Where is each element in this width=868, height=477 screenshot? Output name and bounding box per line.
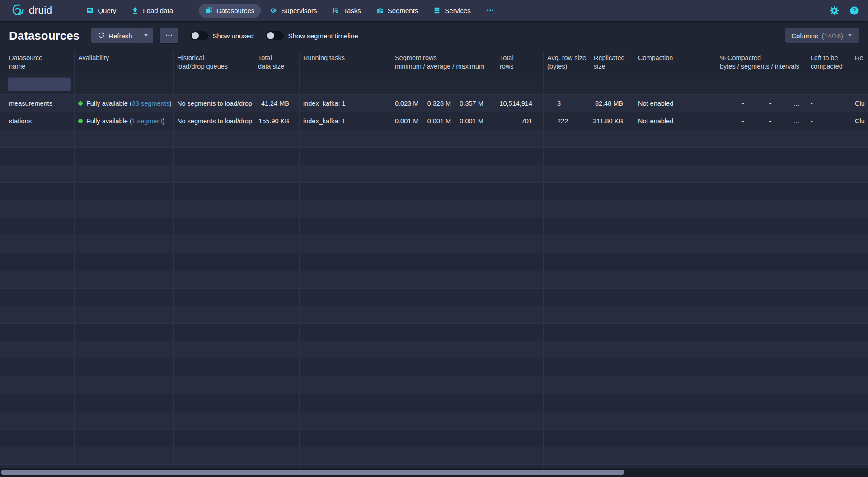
column-header-running_tasks[interactable]: Running tasks [300, 51, 391, 73]
cell-running_tasks [300, 236, 391, 253]
cell-avg_row_size [544, 394, 590, 412]
cell-total_rows [496, 201, 544, 218]
table-row-empty [0, 253, 868, 271]
cell-historical [174, 341, 254, 359]
datasource-name-filter-input[interactable] [8, 77, 71, 91]
table-row-empty [0, 447, 868, 465]
cell-avg_row_size [544, 201, 590, 218]
cell-running_tasks [300, 359, 391, 377]
cell-name[interactable]: measurements [0, 95, 75, 112]
column-header-pct_compacted[interactable]: % Compactedbytes / segments / intervals [716, 51, 807, 73]
cell-running_tasks [300, 289, 391, 306]
table-row-empty [0, 130, 868, 148]
column-header-total_rows[interactable]: Totalrows [496, 51, 544, 73]
cell-left_to_be [807, 201, 851, 218]
cell-left_to_be [807, 218, 851, 236]
cell-segment_rows [391, 306, 496, 324]
cell-name [0, 412, 75, 430]
column-header-compaction[interactable]: Compaction [634, 51, 716, 73]
horizontal-scrollbar-thumb[interactable] [1, 470, 624, 475]
tasks-icon [332, 7, 339, 14]
cell-name [0, 271, 75, 289]
cell-replicated_size [590, 359, 634, 377]
cell-total_data_size [254, 394, 300, 412]
show-segment-timeline-toggle[interactable]: Show segment timeline [266, 31, 358, 40]
column-header-retention[interactable]: Re [851, 51, 868, 73]
columns-picker-button[interactable]: Columns (14/16) [785, 28, 859, 43]
column-header-left_to_be[interactable]: Left to becompacted [807, 51, 851, 73]
toggle-switch[interactable] [190, 31, 208, 40]
column-header-name[interactable]: Datasourcename [0, 51, 75, 73]
cell-total_rows [496, 183, 544, 201]
table-row: measurementsFully available (33 segments… [0, 95, 868, 112]
cell-left_to_be [807, 165, 851, 183]
table-row-empty [0, 148, 868, 165]
nav-item-query[interactable]: Query [80, 4, 122, 18]
table-row-empty [0, 236, 868, 253]
pct-compacted-values: --... [720, 100, 803, 107]
help-icon[interactable]: ? [848, 5, 860, 16]
column-header-availability[interactable]: Availability [75, 51, 174, 73]
show-unused-toggle[interactable]: Show unused [190, 31, 254, 40]
cell-name [0, 236, 75, 253]
cell-historical [174, 253, 254, 271]
cell-compaction [634, 341, 716, 359]
cell-left_to_be: - [807, 95, 851, 112]
cell-compaction [634, 236, 716, 253]
nav-item-segments[interactable]: Segments [370, 4, 425, 18]
cell-availability [75, 324, 174, 341]
cell-historical [174, 218, 254, 236]
cell-compaction [634, 130, 716, 148]
column-header-replicated_size[interactable]: Replicatedsize [590, 51, 634, 73]
cell-compaction[interactable]: Not enabled [634, 112, 716, 130]
cell-compaction [634, 218, 716, 236]
cell-historical [174, 289, 254, 306]
load-data-icon [131, 7, 139, 14]
settings-gear-icon[interactable] [828, 5, 840, 16]
nav-item-more[interactable] [480, 4, 501, 17]
cell-segment_rows: 0.001 M0.001 M0.001 M [391, 112, 496, 130]
cell-replicated_size [590, 236, 634, 253]
cell-retention [851, 236, 868, 253]
nav-item-tasks[interactable]: Tasks [326, 4, 367, 18]
nav-item-supervisors[interactable]: Supervisors [263, 4, 323, 18]
cell-name [0, 430, 75, 447]
cell-retention [851, 271, 868, 289]
cell-retention [851, 394, 868, 412]
column-header-historical[interactable]: Historicalload/drop queues [174, 51, 254, 73]
nav-item-load-data[interactable]: Load data [125, 4, 179, 18]
refresh-interval-caret-button[interactable] [139, 28, 153, 43]
cell-running_tasks [300, 324, 391, 341]
cell-segment_rows [391, 289, 496, 306]
refresh-button[interactable]: Refresh [91, 28, 139, 43]
cell-pct_compacted [716, 148, 807, 165]
cell-availability [75, 447, 174, 465]
cell-replicated_size [590, 306, 634, 324]
cell-left_to_be [807, 359, 851, 377]
nav-item-services[interactable]: Services [427, 4, 477, 18]
table-row-empty [0, 165, 868, 183]
cell-pct_compacted [716, 341, 807, 359]
druid-logo[interactable]: druid [11, 4, 52, 18]
cell-name[interactable]: stations [0, 112, 75, 130]
cell-compaction[interactable]: Not enabled [634, 95, 716, 112]
cell-pct_compacted [716, 306, 807, 324]
filter-cell-total_data_size [254, 73, 300, 94]
cell-name [0, 341, 75, 359]
cell-replicated_size [590, 253, 634, 271]
column-header-avg_row_size[interactable]: Avg. row size(bytes) [544, 51, 590, 73]
column-header-segment_rows[interactable]: Segment rowsminimum / average / maximum [391, 51, 496, 73]
horizontal-scrollbar-track[interactable] [0, 468, 868, 477]
more-actions-button[interactable] [160, 28, 178, 43]
column-header-total_data_size[interactable]: Totaldata size [254, 51, 300, 73]
segments-link[interactable]: 33 segments [132, 100, 169, 107]
segments-link[interactable]: 1 segment [132, 117, 163, 125]
nav-item-label: Tasks [343, 7, 361, 14]
toggle-switch[interactable] [266, 31, 284, 40]
nav-item-datasources[interactable]: Datasources [199, 4, 261, 18]
cell-replicated_size [590, 377, 634, 394]
cell-total_data_size [254, 377, 300, 394]
cell-left_to_be [807, 253, 851, 271]
filter-cell-total_rows [496, 73, 544, 94]
cell-historical [174, 201, 254, 218]
